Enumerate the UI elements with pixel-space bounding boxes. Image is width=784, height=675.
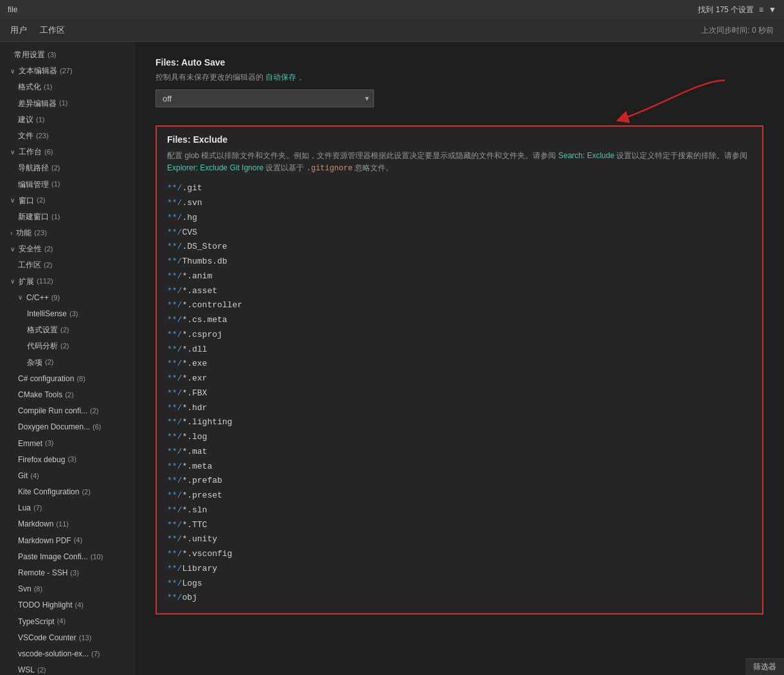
sidebar-item[interactable]: Git (4)	[0, 468, 135, 484]
auto-save-link[interactable]: 自动保存	[265, 73, 296, 82]
sidebar-item-count: (1)	[51, 179, 60, 190]
sidebar-item[interactable]: C# configuration (8)	[0, 371, 135, 387]
sidebar-item-count: (13)	[79, 633, 92, 644]
pattern-glob: **/	[167, 388, 182, 398]
exclude-pattern-item: **/*.cs.meta	[167, 313, 752, 328]
sidebar-item-label: 建议	[18, 114, 33, 126]
tab-workspace[interactable]: 工作区	[40, 21, 65, 40]
sidebar-item[interactable]: ›功能 (23)	[0, 225, 135, 241]
sidebar-item-count: (2)	[37, 195, 45, 206]
sidebar-item[interactable]: Lua (7)	[0, 500, 135, 516]
sidebar-item[interactable]: ∨扩展 (112)	[0, 274, 135, 290]
pattern-ext: *.unity	[182, 534, 217, 544]
sidebar-item[interactable]: ∨窗口 (2)	[0, 193, 135, 209]
exclude-pattern-item: **/*.sln	[167, 503, 752, 518]
exclude-pattern-item: **/.git	[167, 181, 752, 196]
exclude-pattern-item: **/*.dll	[167, 343, 752, 357]
sidebar-item[interactable]: 差异编辑器 (1)	[0, 96, 135, 112]
sidebar-item[interactable]: TypeScript (4)	[0, 614, 135, 630]
sidebar-item-label: 导航路径	[18, 162, 49, 174]
sidebar-item-label: C# configuration	[18, 373, 74, 385]
sidebar-item[interactable]: WSL (2)	[0, 662, 135, 675]
sidebar-item[interactable]: 格式化 (1)	[0, 79, 135, 95]
sidebar-item[interactable]: Remote - SSH (3)	[0, 565, 135, 581]
exclude-pattern-item: **/*.FBX	[167, 386, 752, 401]
sidebar-item-count: (2)	[44, 260, 52, 271]
sidebar-item-label: 常用设置	[14, 49, 45, 61]
pattern-ext: *.FBX	[182, 388, 207, 398]
exclude-git-link[interactable]: Explorer: Exclude Git Ignore	[167, 163, 263, 172]
exclude-pattern-item: **/*.hdr	[167, 401, 752, 416]
exclude-pattern-item: **/.DS_Store	[167, 240, 752, 255]
files-exclude-desc: 配置 glob 模式以排除文件和文件夹。例如，文件资源管理器根据此设置决定要显示…	[167, 150, 752, 175]
sidebar-item-count: (23)	[34, 228, 47, 239]
tab-user[interactable]: 用户	[10, 21, 27, 40]
sidebar-item[interactable]: 建议 (1)	[0, 112, 135, 128]
sidebar-item-label: 工作区	[18, 259, 41, 271]
exclude-pattern-item: **/Library	[167, 562, 752, 577]
sidebar-item-label: Git	[18, 470, 28, 482]
app-title: file	[8, 5, 17, 14]
sidebar-item[interactable]: Kite Configuration (2)	[0, 484, 135, 500]
filter-icon[interactable]: ≡	[759, 5, 763, 14]
sidebar-item-count: (2)	[51, 163, 60, 174]
bottom-bar: 筛选器	[745, 658, 784, 675]
pattern-glob: **/	[167, 417, 182, 427]
sidebar-item[interactable]: 代码分析 (2)	[0, 338, 135, 354]
exclude-pattern-list: **/.git**/.svn**/.hg**/CVS**/.DS_Store**…	[167, 181, 752, 606]
sidebar-item-count: (7)	[33, 503, 42, 514]
sidebar-item[interactable]: Markdown (11)	[0, 516, 135, 532]
sidebar-item-count: (4)	[75, 600, 83, 611]
sidebar-item-count: (6)	[44, 147, 53, 158]
pattern-ext: obj	[182, 593, 197, 602]
sidebar-item-count: (6)	[93, 422, 101, 433]
exclude-desc-end: 设置以基于	[265, 163, 306, 172]
sidebar-item[interactable]: 常用设置 (3)	[0, 47, 135, 63]
sidebar-item-count: (3)	[67, 454, 76, 465]
sidebar-item[interactable]: Firefox debug (3)	[0, 452, 135, 468]
sidebar-item-count: (2)	[90, 406, 98, 417]
sidebar-item[interactable]: ∨文本编辑器 (27)	[0, 63, 135, 79]
sidebar-arrow-icon: ∨	[10, 244, 15, 255]
sidebar-item[interactable]: VSCode Counter (13)	[0, 630, 135, 646]
sidebar-item[interactable]: 格式设置 (2)	[0, 322, 135, 338]
sidebar-item[interactable]: 文件 (23)	[0, 128, 135, 144]
pattern-glob: **/	[167, 271, 182, 281]
sidebar-item[interactable]: ∨安全性 (2)	[0, 241, 135, 257]
sidebar-item[interactable]: 杂项 (2)	[0, 355, 135, 371]
sidebar-item[interactable]: 导航路径 (2)	[0, 160, 135, 176]
sidebar-item-count: (2)	[45, 357, 53, 368]
sidebar-item[interactable]: vscode-solution-ex... (7)	[0, 646, 135, 662]
sidebar-item-label: TODO Highlight	[18, 599, 72, 611]
sidebar-item[interactable]: 编辑管理 (1)	[0, 177, 135, 193]
sidebar-item[interactable]: Compile Run confi... (2)	[0, 403, 135, 419]
sidebar-item-label: 新建窗口	[18, 211, 49, 223]
exclude-search-link[interactable]: Search: Exclude	[558, 151, 614, 160]
sidebar-item-label: 安全性	[19, 243, 42, 255]
sidebar-item-count: (112)	[37, 276, 53, 287]
sidebar-item[interactable]: CMake Tools (2)	[0, 387, 135, 403]
pattern-glob: **/	[167, 447, 182, 456]
pattern-ext: *.asset	[182, 286, 217, 296]
sidebar-item[interactable]: Markdown PDF (4)	[0, 533, 135, 549]
pattern-glob: **/	[167, 593, 182, 602]
sidebar-item[interactable]: Emmet (3)	[0, 436, 135, 452]
sidebar-item[interactable]: TODO Highlight (4)	[0, 597, 135, 613]
auto-save-dropdown[interactable]: off afterDelay onFocusChange onWindowCha…	[156, 89, 374, 107]
sidebar-item[interactable]: IntelliSense (3)	[0, 306, 135, 322]
auto-save-desc-suffix: 。	[299, 73, 307, 82]
pattern-glob: **/	[167, 198, 182, 208]
sidebar-item[interactable]: ∨工作台 (6)	[0, 144, 135, 160]
sidebar-item[interactable]: Svn (8)	[0, 581, 135, 597]
files-exclude-section: Files: Exclude 配置 glob 模式以排除文件和文件夹。例如，文件…	[156, 125, 763, 615]
sidebar-item-label: Remote - SSH	[18, 567, 67, 579]
sidebar-item[interactable]: Paste Image Confi... (10)	[0, 549, 135, 565]
sidebar-item[interactable]: ∨C/C++ (9)	[0, 290, 135, 306]
pattern-ext: *.dll	[182, 345, 207, 354]
sidebar-item-count: (23)	[36, 130, 49, 142]
sort-icon[interactable]: ▼	[769, 5, 776, 14]
exclude-pattern-item: **/*.exe	[167, 357, 752, 372]
sidebar-item[interactable]: 新建窗口 (1)	[0, 209, 135, 225]
sidebar-item[interactable]: 工作区 (2)	[0, 257, 135, 273]
sidebar-item[interactable]: Doxygen Documen... (6)	[0, 419, 135, 435]
